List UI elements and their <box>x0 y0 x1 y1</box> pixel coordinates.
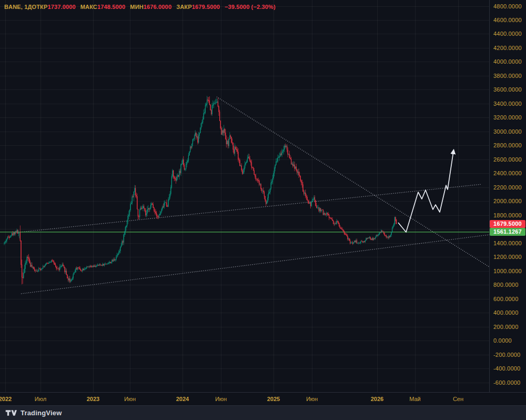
price-axis-label: 3600.0000 <box>493 86 522 93</box>
chart-window: BANE, 1Д ОТКР 1737.0000 МАКС 1748.5000 М… <box>0 0 526 420</box>
close-value: 1679.5000 <box>192 4 220 10</box>
price-axis-label: 2200.0000 <box>493 184 522 191</box>
time-axis-label: Июн <box>113 396 147 402</box>
price-axis[interactable]: 4800.00004600.00004400.00004200.00004000… <box>489 0 526 392</box>
price-axis-label: 1200.0000 <box>493 254 522 261</box>
tradingview-logo-icon[interactable] <box>5 409 17 417</box>
price-axis-label: 4600.0000 <box>493 17 522 24</box>
high-label: МАКС <box>80 4 97 10</box>
horizontal-line-price-badge: 1561.1267 <box>490 228 525 236</box>
price-axis-label: 1400.0000 <box>493 240 522 247</box>
price-axis-label: -600.0000 <box>493 379 520 386</box>
low-value: 1676.0000 <box>144 4 171 10</box>
open-value: 1737.0000 <box>47 4 75 10</box>
price-chart-canvas[interactable] <box>0 0 489 392</box>
time-axis-label: 2026 <box>360 396 394 402</box>
price-axis-label: 4000.0000 <box>493 58 522 65</box>
price-axis-label: 0.0000 <box>493 337 512 344</box>
price-axis-label: 2400.0000 <box>493 170 522 177</box>
price-axis-label: 600.0000 <box>493 296 518 303</box>
close-label: ЗАКР <box>176 4 192 10</box>
time-axis-label: 2022 <box>0 396 22 402</box>
last-price-badge: 1679.5000 <box>490 220 525 228</box>
price-axis-label: 3200.0000 <box>493 114 522 121</box>
high-value: 1748.5000 <box>97 4 125 10</box>
price-axis-label: -200.0000 <box>493 352 520 358</box>
time-axis[interactable]: 2022Июл2023Июн2024Июн2025Июн2026МайСен <box>0 392 526 406</box>
price-axis-label: 1000.0000 <box>493 268 522 275</box>
price-axis-label: 1800.0000 <box>493 212 522 219</box>
price-axis-label: 400.0000 <box>493 309 518 316</box>
time-axis-label: Июл <box>24 396 57 402</box>
symbol-legend[interactable]: BANE, 1Д ОТКР 1737.0000 МАКС 1748.5000 М… <box>4 3 280 11</box>
price-axis-label: 3400.0000 <box>493 101 522 107</box>
price-axis-label: 4200.0000 <box>493 45 522 52</box>
change-value: −39.5000 (−2.30%) <box>225 4 276 10</box>
time-axis-label: 2025 <box>257 396 290 402</box>
time-axis-label: 2023 <box>76 396 110 402</box>
time-axis-label: Июн <box>295 396 329 402</box>
price-axis-label: 2600.0000 <box>493 156 522 163</box>
price-axis-label: 800.0000 <box>493 282 518 288</box>
time-axis-label: Июн <box>204 396 238 402</box>
low-label: МИН <box>130 4 143 10</box>
price-axis-label: 3000.0000 <box>493 128 522 135</box>
time-axis-label: 2024 <box>166 396 199 402</box>
open-label: ОТКР <box>32 4 47 10</box>
tradingview-brand[interactable]: TradingView <box>21 409 62 417</box>
time-axis-label: Сен <box>441 396 475 402</box>
price-axis-label: 4400.0000 <box>493 31 522 37</box>
price-axis-label: 3800.0000 <box>493 73 522 79</box>
price-axis-label: 2000.0000 <box>493 198 522 205</box>
price-axis-label: -400.0000 <box>493 365 520 372</box>
price-axis-label: 4800.0000 <box>493 3 522 10</box>
price-axis-label: 2800.0000 <box>493 142 522 149</box>
footer-bar: TradingView <box>0 405 526 420</box>
time-axis-label: Май <box>398 396 432 402</box>
price-axis-label: 200.0000 <box>493 324 518 331</box>
symbol-name[interactable]: BANE, 1Д <box>4 4 32 10</box>
